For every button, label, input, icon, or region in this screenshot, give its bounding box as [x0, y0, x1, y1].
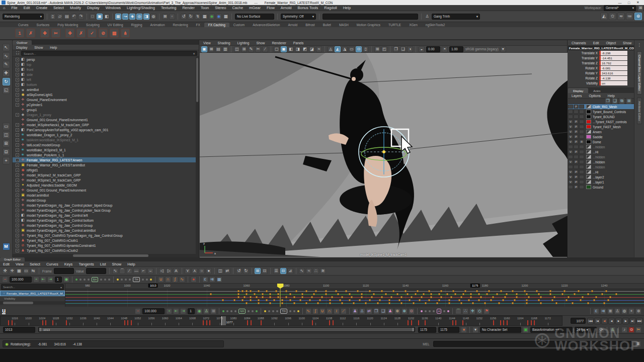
absolute-view-icon[interactable]: ⊿ — [287, 268, 293, 274]
retime-tool-icon[interactable]: ⇆ — [30, 268, 36, 274]
live-surface-field[interactable]: No Live Surface — [235, 14, 274, 20]
keyframe[interactable] — [293, 302, 295, 304]
range-start-handle[interactable] — [39, 328, 41, 331]
keyframe[interactable] — [587, 302, 589, 304]
keyframe[interactable] — [574, 293, 576, 295]
layer-toggle-r[interactable]: R — [579, 140, 584, 144]
shelf-tab-mash[interactable]: MASH — [335, 23, 353, 27]
keyframe[interactable] — [516, 296, 518, 298]
ambient-occlusion-icon[interactable]: ◪ — [309, 46, 315, 52]
menu-set-dropdown[interactable]: Rendering▾ — [3, 14, 44, 20]
keyframe[interactable] — [289, 299, 291, 301]
layer-toggle-p[interactable]: P — [574, 180, 579, 184]
shelf-delete-cache-icon[interactable]: ✗ — [26, 29, 35, 38]
layer-toggle-r[interactable] — [579, 170, 584, 174]
single-pane-layout-icon[interactable]: ▭ — [3, 123, 10, 130]
keyframe[interactable] — [524, 290, 526, 292]
outliner-item[interactable]: +◉nRigid1 — [13, 167, 199, 172]
ab-space-switch-icon[interactable]: ⊕ — [394, 308, 400, 314]
range-slider[interactable]: 1013 — [38, 327, 415, 332]
keyframe[interactable] — [269, 302, 271, 304]
keyframe[interactable] — [464, 290, 466, 292]
menu-cache[interactable]: Cache — [229, 6, 246, 10]
indicator-dot[interactable] — [88, 279, 90, 281]
indicator-dot[interactable] — [268, 310, 270, 312]
play-backwards-button[interactable]: ◀ — [608, 318, 615, 324]
keyframe[interactable] — [440, 296, 442, 298]
snapshot-icon[interactable]: ✂ — [255, 46, 261, 52]
outliner-item[interactable]: +✛Ground_001:Ground_PlaneEnvironment — [13, 188, 199, 193]
current-time-field[interactable]: 1077 — [571, 318, 586, 324]
menu-create[interactable]: Create — [33, 6, 51, 10]
keyframe[interactable] — [607, 299, 609, 301]
keyframe[interactable] — [400, 296, 403, 298]
layer-row[interactable]: VP...Tyrant_FAST_controls — [568, 119, 634, 124]
outliner-item[interactable]: +✳worldBake_Dragon_1_proxy_2 — [13, 132, 199, 137]
menu-texturing[interactable]: Texturing — [158, 6, 179, 10]
keyframe[interactable] — [549, 293, 551, 295]
indicator-dot[interactable] — [272, 310, 274, 312]
input-operations-icon[interactable]: ↺ — [181, 14, 187, 20]
hud-toggle-icon[interactable]: ◰ — [381, 46, 387, 52]
select-by-hierarchy-icon[interactable]: □ — [90, 14, 96, 20]
gamma-field[interactable]: 1.00 — [449, 46, 463, 52]
keyframe[interactable] — [359, 299, 361, 301]
layer-toggle-p[interactable]: P — [574, 130, 579, 134]
curve-smooth-icon[interactable]: ∿ — [299, 268, 305, 274]
indicator-dot[interactable] — [222, 310, 224, 312]
layer-row[interactable]: VP...Hi — [568, 169, 634, 174]
keyframe[interactable] — [551, 299, 553, 301]
bookmarks-icon[interactable]: ▥ — [222, 46, 228, 52]
indicator-dot[interactable] — [75, 279, 77, 281]
expand-icon[interactable]: + — [16, 158, 19, 162]
keyframe[interactable] — [361, 293, 363, 295]
indicator-dot[interactable] — [125, 279, 127, 281]
2d-pan-zoom-icon[interactable]: ⊞ — [241, 46, 247, 52]
buffer-curve-snapshot-icon[interactable]: ◫ — [217, 268, 223, 274]
ab-wave-n-icon[interactable]: ∩ — [327, 308, 333, 314]
layer-color-swatch[interactable] — [586, 170, 591, 174]
keyframe[interactable] — [405, 290, 407, 292]
key-ball-icon[interactable]: ● — [191, 277, 197, 283]
keyframe[interactable] — [339, 299, 341, 301]
indicator-dot[interactable] — [104, 279, 106, 281]
keyframe[interactable] — [428, 290, 430, 292]
layer-row[interactable]: PGround — [568, 185, 634, 190]
expand-icon[interactable]: + — [16, 88, 19, 92]
keyframe[interactable] — [440, 290, 442, 292]
keyframe[interactable] — [500, 290, 502, 292]
expand-icon[interactable]: + — [16, 103, 19, 107]
animbot-logo[interactable]: u — [2, 308, 6, 314]
channel-value-field[interactable]: -14.451 — [599, 56, 627, 60]
outliner-item[interactable]: +✛Tyrant_Rig_007_ClothRIG:TyrantDragon_r… — [13, 233, 199, 238]
region-keys-icon[interactable]: ▭ — [23, 268, 29, 274]
keyframe[interactable] — [428, 299, 430, 301]
construction-history-icon[interactable]: ↯ — [195, 14, 201, 20]
filter-curve-icon[interactable]: ≋ — [320, 268, 326, 274]
grid-toggle-icon[interactable]: ⊞ — [374, 46, 380, 52]
shelf-create-ncache-icon[interactable]: ✚ — [40, 29, 49, 38]
home-icon[interactable]: ⌂ — [0, 6, 9, 10]
exposure-field[interactable]: 0.00 — [426, 46, 440, 52]
viewport-menu-shading[interactable]: Shading — [214, 41, 234, 45]
layer-toggle-r[interactable] — [579, 185, 584, 189]
layer-toggle-p[interactable]: P — [574, 140, 579, 144]
keyframe[interactable] — [377, 302, 379, 304]
outliner-item[interactable]: +◧front — [13, 67, 199, 72]
playback-end-field[interactable]: 1175 — [418, 327, 436, 333]
ge-menu-keys[interactable]: Keys — [61, 262, 76, 266]
outliner-menu-show[interactable]: Show — [31, 46, 46, 49]
indicator-dot[interactable] — [142, 279, 144, 281]
keyframe[interactable] — [601, 293, 603, 295]
expand-icon[interactable]: + — [16, 133, 19, 137]
expand-icon[interactable]: + — [16, 163, 19, 167]
keyframe[interactable] — [425, 302, 427, 304]
rotate-tool-icon[interactable]: ↻ — [3, 78, 10, 85]
ge-menu-edit[interactable]: Edit — [0, 262, 13, 266]
layer-toggle-p[interactable] — [574, 145, 579, 149]
keyframe[interactable] — [448, 299, 450, 301]
indicator-dot[interactable] — [443, 310, 445, 312]
tab-channel-box-layer-editor[interactable]: Channel Box / Layer Editor — [637, 51, 642, 95]
outliner-item[interactable]: +✛model:Group — [13, 198, 199, 203]
layer-color-swatch[interactable] — [586, 140, 591, 144]
